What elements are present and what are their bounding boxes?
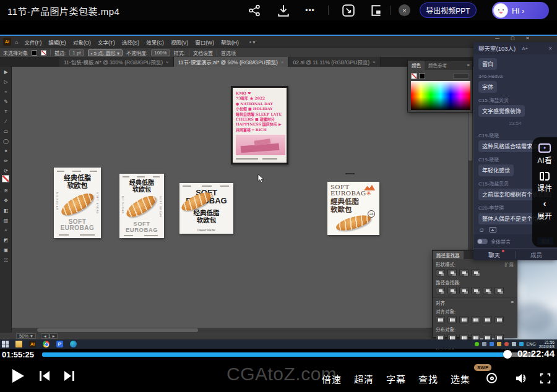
align-bottom-button[interactable]	[494, 316, 504, 323]
illustrator-taskbar-icon[interactable]: Ai	[29, 341, 36, 347]
bread-poster-3[interactable]: SOFT EUROBAG 经典低脂 软欧包 Classic low fat	[179, 183, 233, 234]
outline-button[interactable]	[483, 287, 492, 294]
tab-color-guide[interactable]: 颜色参考	[425, 61, 451, 70]
menu-对象(O)[interactable]: 对象(O)	[73, 38, 91, 46]
ai-watch-icon[interactable]: ✦	[538, 143, 551, 153]
merge-button[interactable]	[459, 287, 468, 294]
free-transform-tool-icon[interactable]: ✥	[0, 195, 12, 205]
rotate-tool-icon[interactable]: ⟳	[0, 166, 12, 176]
close-panel-icon[interactable]: ×	[399, 4, 410, 16]
episodes-button[interactable]: 选集	[451, 372, 470, 385]
menu-选择(S)[interactable]: 选择(S)	[122, 38, 139, 46]
start-button[interactable]	[2, 341, 9, 347]
document-setup-button[interactable]: 文档设置	[193, 49, 213, 56]
toolbar-fill-stroke-swatch[interactable]	[2, 175, 9, 182]
tab-members[interactable]: 成员	[516, 250, 557, 259]
rectangle-tool-icon[interactable]: ◯	[0, 136, 12, 146]
edge-icon[interactable]	[70, 341, 77, 347]
menu-编辑(E)[interactable]: 编辑(E)	[48, 38, 66, 46]
gradient-tool-icon[interactable]: ▥	[0, 215, 12, 225]
document-tab[interactable]: 11节-课堂演示.ai* @ 50% (RGB/GPU预览)×	[174, 57, 289, 67]
share-icon[interactable]	[248, 4, 261, 17]
courseware-icon[interactable]	[540, 172, 550, 181]
menu-帮助(H)[interactable]: 帮助(H)	[221, 38, 239, 46]
selection-tool-icon[interactable]: ▶	[0, 67, 12, 77]
direct-selection-tool-icon[interactable]: ▷	[0, 77, 12, 87]
tray-icon[interactable]	[512, 342, 516, 346]
document-tab[interactable]: 02.ai @ 11.11% (RGB/GPU预览)×	[288, 57, 380, 67]
more-options-icon[interactable]: •••	[303, 4, 317, 17]
stroke-swatch[interactable]	[41, 50, 46, 56]
courseware-button[interactable]: 课件	[537, 182, 552, 193]
zoom-level-dropdown[interactable]: 50%▾	[16, 333, 36, 339]
taskbar-clock[interactable]: 21:562024/4/8	[539, 340, 555, 349]
ai-watch-button[interactable]: AI看	[537, 155, 551, 165]
tray-icon[interactable]	[482, 342, 486, 346]
image-upload-icon[interactable]	[490, 227, 496, 232]
pathfinder-tab[interactable]: 路径查找器	[433, 251, 464, 259]
crop-button[interactable]	[471, 287, 480, 294]
stroke-width-field[interactable]: 1 pt	[69, 49, 84, 56]
tray-icon[interactable]	[504, 342, 509, 346]
panel-menu-icon[interactable]: ≡	[511, 299, 514, 306]
playback-speed-button[interactable]: 倍速	[322, 372, 342, 385]
menu-窗口(W)[interactable]: 窗口(W)	[195, 38, 214, 46]
expand-button[interactable]: 扩展	[504, 261, 514, 268]
eyedropper-tool-icon[interactable]: ⌕	[0, 225, 12, 235]
tray-icon[interactable]	[490, 342, 494, 346]
align-h-center-button[interactable]	[447, 316, 457, 323]
tab-chat[interactable]: 聊天	[473, 250, 515, 259]
menu-视图(V)[interactable]: 视图(V)	[171, 38, 188, 46]
download-icon[interactable]	[277, 4, 290, 17]
artboard-navigation[interactable]: ◂1▸	[41, 333, 58, 339]
type-tool-icon[interactable]: ∕	[0, 116, 12, 126]
brush-definition-dropdown[interactable]: • 5 点. 圆形 ▾	[88, 49, 123, 56]
wechat-tray-icon[interactable]	[475, 342, 479, 346]
find-button[interactable]: 查找	[418, 372, 438, 385]
mini-player-icon[interactable]	[369, 4, 383, 17]
home-icon[interactable]: ⌂	[15, 39, 18, 45]
fill-swatch[interactable]	[32, 50, 37, 56]
volume-icon[interactable]	[515, 372, 529, 385]
line-segment-tool-icon[interactable]: ▭	[0, 126, 12, 136]
tray-icon[interactable]	[497, 342, 501, 346]
previous-episode-button[interactable]	[37, 370, 52, 382]
play-button[interactable]	[12, 369, 24, 383]
file-explorer-icon[interactable]	[15, 341, 22, 347]
close-tab-icon[interactable]: ×	[166, 59, 169, 65]
minus-back-button[interactable]	[494, 287, 504, 294]
align-right-button[interactable]	[459, 316, 468, 323]
zoom-tool-icon[interactable]: ☷	[0, 255, 12, 265]
p-app-icon[interactable]: P	[56, 341, 63, 347]
pencil-tool-icon[interactable]: ✏	[0, 156, 12, 166]
trim-button[interactable]	[447, 287, 457, 294]
screenshot-icon[interactable]	[342, 4, 355, 17]
panel-menu-icon[interactable]: ≡	[467, 62, 470, 68]
intersect-button[interactable]	[459, 269, 468, 276]
paintbrush-tool-icon[interactable]: ✦	[0, 146, 12, 156]
menu-效果(C)[interactable]: 效果(C)	[146, 38, 164, 46]
close-tab-icon[interactable]: ×	[281, 59, 284, 65]
horizontal-scrollbar-thumb[interactable]	[37, 328, 198, 332]
blend-tool-icon[interactable]: ◩	[0, 235, 12, 245]
workspace-switcher[interactable]: ▪ ▾	[249, 39, 256, 45]
close-icon[interactable]: ×	[548, 45, 552, 52]
font-size-control[interactable]: A+	[522, 46, 528, 51]
hex-field[interactable]	[453, 74, 469, 79]
magic-wand-tool-icon[interactable]: ⌁	[0, 87, 12, 96]
menu-文字(T)[interactable]: 文字(T)	[98, 38, 115, 46]
chrome-icon[interactable]	[43, 341, 50, 347]
align-v-center-button[interactable]	[483, 316, 492, 323]
align-left-button[interactable]	[436, 316, 445, 323]
export-ppt-button[interactable]: 导出视频PPT	[420, 2, 477, 18]
width-tool-icon[interactable]: ≋	[0, 185, 12, 195]
preferences-button[interactable]: 首选项	[221, 49, 236, 56]
subtitle-button[interactable]: 字幕	[386, 372, 406, 385]
mute-all-toggle[interactable]	[477, 239, 488, 244]
next-episode-button[interactable]	[62, 370, 77, 382]
national-day-poster[interactable]: KMO ❤73周年 ★ 2022● NATIONAL DAY小长假 ■ HOLI…	[231, 86, 288, 164]
progress-knob[interactable]	[503, 350, 512, 359]
shape-builder-tool-icon[interactable]: ◧	[0, 205, 12, 215]
align-top-button[interactable]	[471, 316, 480, 323]
fill-swatch[interactable]	[419, 73, 425, 79]
